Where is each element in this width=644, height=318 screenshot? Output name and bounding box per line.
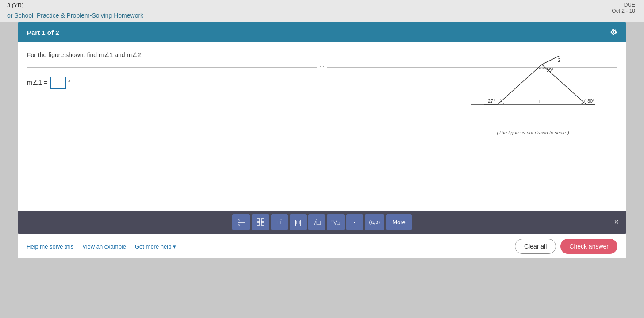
bottom-links: Help me solve this View an example Get m… [27, 243, 176, 250]
svg-rect-14 [257, 219, 260, 222]
toolbar: ab □° |□| √□ n√□ · (a,b) More × [18, 211, 626, 234]
degree-symbol: ° [68, 79, 71, 86]
svg-rect-15 [261, 219, 264, 222]
top-bar: 3 (YR) DUE Oct 2 - 10 [0, 0, 644, 10]
due-date: Oct 2 - 10 [612, 8, 635, 14]
svg-line-5 [542, 56, 560, 65]
window-title: 3 (YR) [7, 2, 24, 8]
answer-label: m∠1 = [27, 79, 48, 87]
due-label-text: DUE [612, 2, 635, 8]
fraction-button[interactable]: ab [232, 214, 250, 230]
part-label: Part 1 of 2 [27, 29, 59, 36]
svg-text:a: a [238, 218, 240, 222]
figure-caption: (The figure is not drawn to scale.) [467, 130, 599, 135]
subtitle: or School: Practice & Problem-Solving Ho… [0, 10, 644, 22]
superscript-button[interactable]: □° [271, 214, 288, 230]
svg-rect-16 [257, 222, 260, 225]
clear-all-button[interactable]: Clear all [515, 239, 556, 254]
due-info: DUE Oct 2 - 10 [612, 2, 635, 14]
sqrt-button[interactable]: √□ [308, 214, 325, 230]
more-button[interactable]: More [386, 214, 412, 230]
example-link[interactable]: View an example [82, 243, 126, 250]
help-link[interactable]: Help me solve this [27, 243, 73, 250]
gear-icon[interactable]: ⚙ [610, 27, 617, 37]
matrix-button[interactable] [252, 214, 269, 230]
svg-line-1 [498, 65, 542, 104]
main-card: Part 1 of 2 ⚙ For the figure shown, find… [18, 22, 626, 234]
svg-rect-17 [261, 222, 264, 225]
triangle-figure: 2 99° 27° 1 30° [471, 56, 595, 126]
answer-input[interactable] [50, 77, 66, 89]
card-header: Part 1 of 2 ⚙ [18, 22, 626, 42]
svg-text:99°: 99° [546, 67, 554, 73]
check-answer-button[interactable]: Check answer [560, 239, 617, 254]
question-area: For the figure shown, find m∠1 and m∠2. … [18, 42, 626, 211]
bottom-bar: Help me solve this View an example Get m… [18, 234, 626, 258]
svg-text:2: 2 [558, 57, 560, 63]
svg-text:b: b [238, 223, 240, 226]
toolbar-close-button[interactable]: × [614, 218, 619, 227]
svg-text:27°: 27° [488, 98, 495, 103]
figure-container: 2 99° 27° 1 30° (The figure is not drawn… [467, 56, 599, 135]
more-help-link[interactable]: Get more help ▾ [135, 243, 176, 250]
interval-button[interactable]: (a,b) [365, 214, 385, 230]
svg-text:1: 1 [538, 99, 541, 104]
divider-dots: ··· [317, 63, 327, 69]
abs-button[interactable]: |□| [290, 214, 307, 230]
nthroot-button[interactable]: n√□ [327, 214, 344, 230]
bottom-actions: Clear all Check answer [515, 239, 617, 254]
svg-text:30°: 30° [587, 98, 595, 103]
dot-button[interactable]: · [346, 214, 363, 230]
